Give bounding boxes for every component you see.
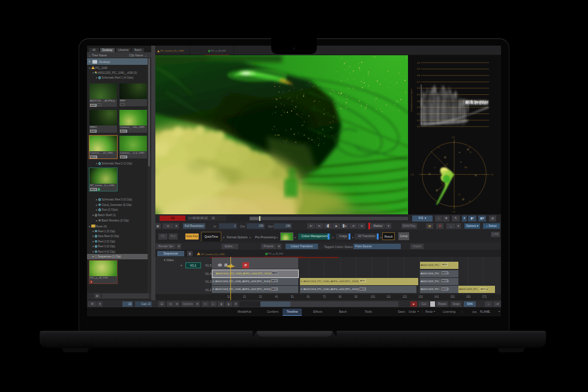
svg-text:0.0: 0.0 [417, 125, 420, 128]
svg-text:Cy: Cy [458, 193, 460, 196]
svg-text:B: B [470, 151, 472, 154]
svg-text:Mg: Mg [464, 166, 467, 169]
svg-text:0.8: 0.8 [417, 74, 420, 77]
svg-text:0.3: 0.3 [417, 106, 420, 109]
svg-text:Yl: Yl [434, 167, 436, 169]
svg-text:(-U): (-U) [452, 211, 455, 213]
svg-text:0.2: 0.2 [417, 113, 420, 115]
svg-text:0.9: 0.9 [417, 68, 420, 70]
svg-text:R: R [446, 163, 448, 166]
svg-text:1.0: 1.0 [417, 62, 420, 64]
svg-text:G: G [441, 182, 443, 185]
svg-text:0.1: 0.1 [417, 119, 420, 122]
svg-text:(V): (V) [491, 173, 494, 176]
svg-text:0.7: 0.7 [417, 81, 420, 83]
svg-text:0.5: 0.5 [417, 94, 420, 96]
svg-text:0.4: 0.4 [417, 100, 420, 103]
svg-text:(U): (U) [452, 136, 455, 139]
svg-text:0.6: 0.6 [417, 87, 420, 89]
svg-text:Normalized pixel values: Normalized pixel values [410, 89, 413, 112]
svg-text:(-V): (-V) [410, 173, 414, 176]
